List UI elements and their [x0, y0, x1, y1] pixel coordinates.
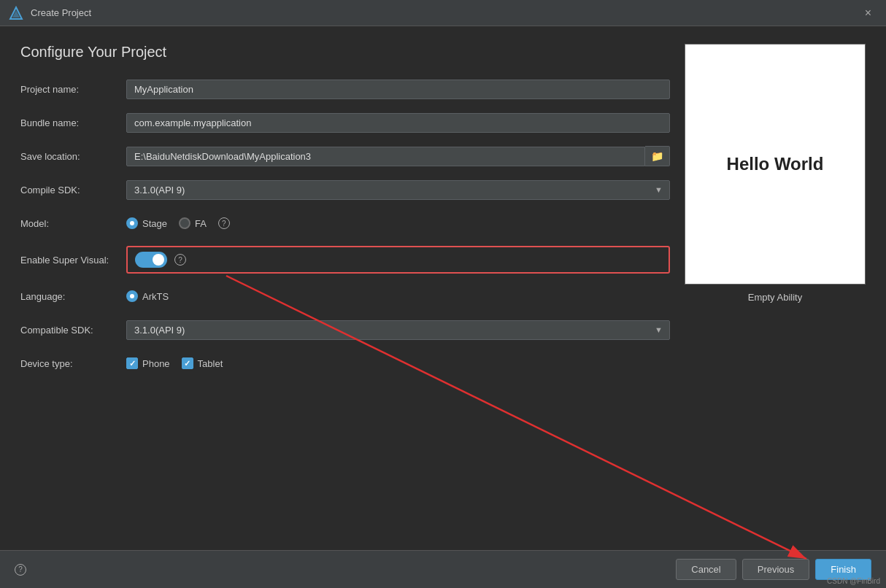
model-stage-option[interactable]: Stage: [126, 217, 167, 229]
project-name-control: [126, 80, 670, 99]
compile-sdk-label: Compile SDK:: [20, 185, 126, 196]
preview-box: Hello World: [685, 44, 866, 285]
fa-radio-icon: [179, 217, 190, 229]
location-input-wrap: 📁: [126, 146, 670, 166]
save-location-control: 📁: [126, 146, 670, 166]
phone-label: Phone: [142, 358, 170, 369]
project-name-label: Project name:: [20, 84, 126, 95]
stage-label: Stage: [142, 218, 167, 229]
model-fa-option[interactable]: FA: [179, 217, 207, 229]
language-row: Language: ArkTS: [20, 285, 670, 307]
super-visual-toggle[interactable]: [135, 252, 167, 268]
compatible-sdk-control: 3.1.0(API 9) ▼: [126, 320, 670, 340]
arkts-label: ArkTS: [142, 291, 169, 302]
model-label: Model:: [20, 218, 126, 229]
tablet-label: Tablet: [198, 358, 223, 369]
fa-label: FA: [195, 218, 207, 229]
compatible-sdk-label: Compatible SDK:: [20, 325, 126, 336]
right-panel: Hello World Empty Ability: [685, 44, 866, 538]
save-location-input[interactable]: [126, 147, 645, 166]
close-button[interactable]: ×: [859, 4, 877, 23]
model-help-icon[interactable]: ?: [218, 217, 230, 229]
tablet-checkbox-icon: [182, 357, 193, 369]
device-type-label: Device type:: [20, 358, 126, 369]
model-row: Model: Stage FA ?: [20, 212, 670, 234]
toggle-track: [135, 252, 167, 268]
bundle-name-control: [126, 113, 670, 133]
previous-button[interactable]: Previous: [742, 559, 810, 580]
device-tablet-option[interactable]: Tablet: [182, 357, 223, 369]
device-type-row: Device type: Phone Tablet: [20, 352, 670, 374]
compile-sdk-select-wrap: 3.1.0(API 9) ▼: [126, 180, 670, 200]
device-type-checkbox-group: Phone Tablet: [126, 357, 670, 369]
bundle-name-row: Bundle name:: [20, 112, 670, 134]
compile-sdk-control: 3.1.0(API 9) ▼: [126, 180, 670, 200]
device-phone-option[interactable]: Phone: [126, 357, 170, 369]
phone-checkbox-icon: [126, 357, 138, 369]
language-control: ArkTS: [126, 290, 670, 302]
bundle-name-label: Bundle name:: [20, 117, 126, 128]
compile-sdk-select[interactable]: 3.1.0(API 9): [126, 180, 670, 200]
super-visual-help-icon[interactable]: ?: [174, 254, 186, 266]
language-label: Language:: [20, 291, 126, 302]
stage-radio-icon: [126, 217, 138, 229]
dialog-body: Configure Your Project Project name: Bun…: [0, 26, 886, 550]
browse-button[interactable]: 📁: [645, 146, 670, 166]
super-visual-label: Enable Super Visual:: [20, 255, 126, 266]
footer-help: ?: [15, 563, 676, 576]
arkts-radio-icon: [126, 290, 138, 302]
compatible-sdk-select[interactable]: 3.1.0(API 9): [126, 320, 670, 340]
super-visual-row: Enable Super Visual: ?: [20, 246, 670, 274]
footer: ? Cancel Previous Finish: [0, 550, 886, 588]
super-visual-control: ?: [126, 246, 670, 274]
super-visual-highlighted-box: ?: [126, 246, 670, 274]
watermark: CSDN @FinBird: [827, 577, 880, 585]
project-name-row: Project name:: [20, 78, 670, 100]
page-title: Configure Your Project: [20, 44, 670, 61]
footer-help-icon[interactable]: ?: [15, 564, 26, 576]
language-option[interactable]: ArkTS: [126, 290, 670, 302]
compile-sdk-row: Compile SDK: 3.1.0(API 9) ▼: [20, 179, 670, 201]
model-radio-group: Stage FA ?: [126, 217, 670, 229]
left-panel: Configure Your Project Project name: Bun…: [20, 44, 670, 538]
toggle-thumb: [153, 254, 164, 266]
compatible-sdk-row: Compatible SDK: 3.1.0(API 9) ▼: [20, 319, 670, 341]
app-logo-icon: [9, 6, 23, 20]
save-location-label: Save location:: [20, 151, 126, 162]
project-name-input[interactable]: [126, 80, 670, 99]
compatible-sdk-select-wrap: 3.1.0(API 9) ▼: [126, 320, 670, 340]
preview-label: Empty Ability: [748, 292, 802, 303]
preview-hello-world: Hello World: [727, 154, 824, 174]
device-type-control: Phone Tablet: [126, 357, 670, 369]
bundle-name-input[interactable]: [126, 113, 670, 133]
save-location-row: Save location: 📁: [20, 145, 670, 167]
model-control: Stage FA ?: [126, 217, 670, 229]
title-bar-title: Create Project: [31, 7, 859, 18]
title-bar: Create Project ×: [0, 0, 886, 26]
cancel-button[interactable]: Cancel: [676, 559, 736, 580]
